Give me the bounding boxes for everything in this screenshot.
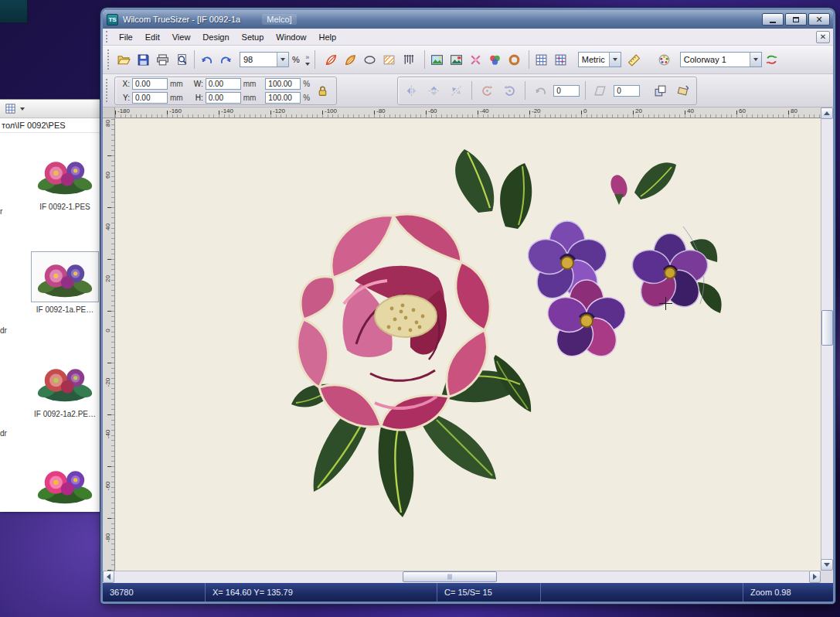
units-combo[interactable]: Metric [578,52,621,67]
thread-ring-button[interactable] [505,50,524,69]
needle-points-button[interactable] [399,50,418,69]
list-item[interactable]: IF 0092-1.PES [29,148,100,211]
scroll-left-button[interactable] [103,571,114,583]
embroidery-design [115,118,821,571]
design-thumbnail [31,356,99,407]
print-preview-button[interactable] [172,50,192,69]
rotate-dialog-button[interactable] [673,81,692,100]
outlines-icon [363,53,376,66]
ruler-label: 0 [104,325,111,336]
redo-button[interactable] [216,50,236,69]
list-item[interactable]: IF 0092-1a.PE… [29,251,100,314]
zoom-dropdown-button[interactable] [277,53,288,66]
trueview-leaf-icon [325,53,338,66]
reset-rotation-button[interactable] [531,81,550,100]
minimize-button[interactable] [762,13,784,26]
y-unit: mm [170,94,183,102]
ruler-label: -20 [104,377,111,388]
list-item[interactable] [29,458,100,512]
scroll-up-button[interactable] [821,107,833,119]
skew-button[interactable] [591,81,610,100]
toolbar-overflow-button[interactable]: » [303,49,312,70]
menu-setup[interactable]: Setup [236,30,270,44]
undo-icon [200,53,213,66]
measure-button[interactable] [624,50,644,69]
thread-ring-icon [508,53,521,66]
menu-design[interactable]: Design [196,30,235,44]
zoom-combo[interactable] [240,52,289,67]
save-button[interactable] [134,50,153,69]
titlebar[interactable]: TS Wilcom TrueSizer - [IF 0092-1a Melco]… [103,10,833,29]
lock-aspect-button[interactable] [313,81,332,100]
clipped-item-label: dr [0,429,10,438]
lock-icon [316,84,329,97]
menu-help[interactable]: Help [312,30,342,44]
open-button[interactable] [114,50,134,69]
work-area: -180 -160 -140 -120 -100 -80 -60 -40 -20… [103,107,833,583]
document-close-button[interactable]: ✕ [816,31,830,43]
show-bitmap-button[interactable] [427,50,447,69]
thread-palette-button[interactable] [655,50,674,69]
x-field[interactable] [132,78,168,90]
scale-dialog-button[interactable] [651,81,670,100]
browser-view-dropdown-icon[interactable] [20,107,25,111]
skew-angle-field[interactable] [614,85,640,97]
height-field[interactable] [206,92,241,104]
scale-width-field[interactable] [265,78,301,90]
width-field[interactable] [206,78,241,90]
close-button[interactable]: ✕ [808,13,830,26]
toolbar-grip[interactable] [106,79,110,101]
rotate-right-button[interactable] [500,81,519,100]
colorway-dropdown-button[interactable] [750,53,761,66]
height-label: H: [192,94,203,102]
scroll-down-button[interactable] [821,559,833,571]
y-field[interactable] [132,92,168,104]
scale-height-field[interactable] [265,92,301,104]
horizontal-scroll-thumb[interactable] [403,571,497,582]
ruler-label: -140 [221,107,233,114]
units-dropdown-button[interactable] [609,53,621,66]
grid-settings-button[interactable] [551,50,570,69]
colorway-value: Colorway 1 [681,55,750,64]
menu-file[interactable]: File [113,30,139,44]
horizontal-ruler: -180 -160 -140 -120 -100 -80 -60 -40 -20… [115,107,821,118]
zoom-input[interactable] [240,55,277,64]
scroll-right-button[interactable] [809,571,821,583]
menu-edit[interactable]: Edit [139,30,166,44]
list-item[interactable]: IF 0092-1a2.PE… [29,356,100,418]
menu-window[interactable]: Window [270,30,312,44]
menu-view[interactable]: View [166,30,197,44]
app-icon: TS [107,14,118,26]
show-outlines-button[interactable] [360,50,379,69]
vertical-scroll-thumb[interactable] [821,310,833,346]
file-browser-window[interactable]: тол\IF 0092\PES r dr dr IF 0092-1.PES IF… [0,99,103,512]
browser-view-button[interactable] [2,101,19,117]
show-stitches-button[interactable] [341,50,360,69]
rotation-angle-field[interactable] [553,85,580,97]
ruler-label: 0 [583,107,587,114]
colorway-combo[interactable]: Colorway 1 [680,52,762,67]
scale-width-unit: % [303,80,310,88]
window-title: Wilcom TrueSizer - [IF 0092-1a [123,15,240,24]
mirror-diagonal-button[interactable] [447,81,466,100]
ruler-label: -60 [428,107,437,114]
show-grid-button[interactable] [532,50,551,69]
trueview-button[interactable] [321,50,341,69]
design-canvas[interactable] [115,118,821,571]
cycle-colorway-button[interactable] [762,50,781,69]
undo-button[interactable] [197,50,216,69]
maximize-button[interactable] [785,13,807,26]
rotate-left-button[interactable] [478,81,497,100]
mirror-vertical-button[interactable] [402,81,421,100]
toolbar-grip[interactable] [107,49,111,69]
toolbar-grip[interactable] [106,31,110,43]
vertical-scrollbar[interactable] [821,107,833,571]
show-vector-button[interactable] [447,50,466,69]
thread-colors-button[interactable] [485,50,505,69]
print-button[interactable] [153,50,172,69]
mirror-horizontal-button[interactable] [424,81,444,100]
mirror-diagonal-icon [450,84,463,97]
show-fills-button[interactable] [379,50,399,69]
horizontal-scrollbar[interactable] [103,571,821,583]
applique-button[interactable] [466,50,485,69]
